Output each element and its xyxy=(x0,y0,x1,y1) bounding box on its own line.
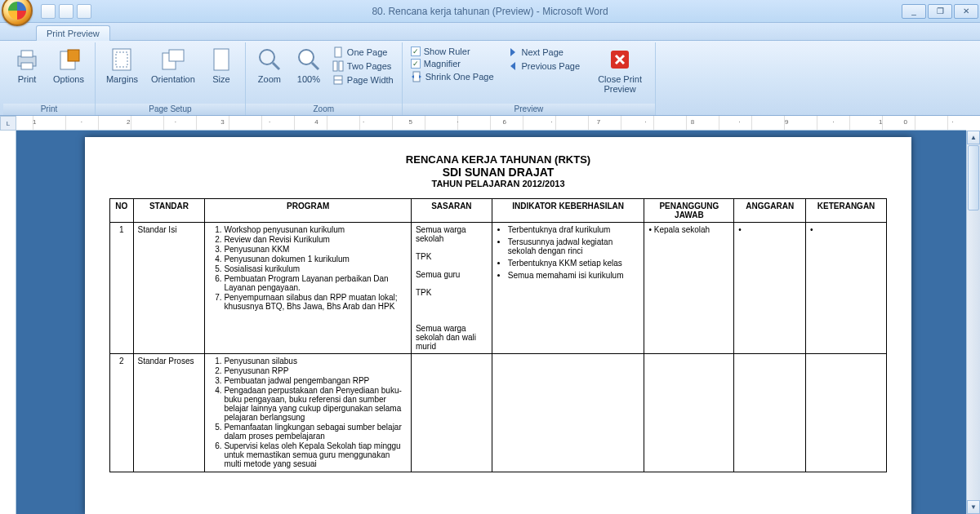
qat-undo-icon[interactable] xyxy=(59,4,74,19)
group-page-setup: Margins Orientation Size Page Setup xyxy=(96,42,246,115)
ruler-corner: L xyxy=(0,116,16,131)
options-button[interactable]: Options xyxy=(47,44,90,86)
table-cell: Workshop penyusunan kurikulumReview dan … xyxy=(205,223,412,354)
table-cell: Standar Proses xyxy=(133,354,205,472)
orientation-icon xyxy=(160,47,186,73)
office-button[interactable] xyxy=(2,0,33,26)
th-pj: PENANGGUNG JAWAB xyxy=(644,199,734,223)
size-label: Size xyxy=(212,74,229,84)
show-ruler-label: Show Ruler xyxy=(424,47,470,56)
orientation-button[interactable]: Orientation xyxy=(145,44,201,86)
group-zoom: Zoom 100% One Page Two Pages Page Width … xyxy=(246,42,403,115)
scroll-thumb[interactable] xyxy=(968,145,979,210)
next-page-button[interactable]: Next Page xyxy=(504,46,584,59)
doc-table: NO STANDAR PROGRAM SASARAN INDIKATOR KEB… xyxy=(109,198,887,472)
shrink-label: Shrink One Page xyxy=(425,72,494,82)
table-cell: • xyxy=(806,223,887,354)
table-cell xyxy=(411,354,492,472)
options-icon xyxy=(56,47,82,73)
close-print-preview-button[interactable]: Close Print Preview xyxy=(590,44,650,96)
svg-point-12 xyxy=(299,50,314,64)
margins-button[interactable]: Margins xyxy=(100,44,144,86)
th-sasaran: SASARAN xyxy=(411,199,492,223)
restore-button[interactable]: ❐ xyxy=(928,4,952,19)
vertical-scrollbar[interactable]: ▲ ▼ xyxy=(966,131,980,514)
close-preview-label: Close Print Preview xyxy=(595,74,644,94)
vertical-ruler[interactable] xyxy=(0,131,16,514)
size-icon xyxy=(208,47,234,73)
title-bar: 80. Rencana kerja tahunan (Preview) - Mi… xyxy=(0,0,980,23)
magnifier-checkbox[interactable]: ✓Magnifier xyxy=(408,58,497,69)
th-indikator: INDIKATOR KEBERHASILAN xyxy=(492,199,644,223)
table-cell: Semua warga sekolahTPKSemua guruTPKSemua… xyxy=(411,223,492,354)
magnifier-label: Magnifier xyxy=(424,59,461,69)
one-page-label: One Page xyxy=(347,47,388,57)
zoom-100-button[interactable]: 100% xyxy=(290,44,327,86)
scroll-down-button[interactable]: ▼ xyxy=(967,500,980,514)
magnifier-icon xyxy=(256,47,283,73)
table-cell: 1 xyxy=(110,223,134,354)
table-cell: 2 xyxy=(110,354,134,472)
svg-rect-14 xyxy=(335,47,341,57)
doc-title: RENCANA KERJA TAHUNAN (RKTS) xyxy=(109,153,887,166)
doc-year: TAHUN PELAJARAN 2012/2013 xyxy=(109,179,887,188)
scroll-up-button[interactable]: ▲ xyxy=(967,131,980,144)
margins-label: Margins xyxy=(106,74,138,84)
group-print: Print Options Print xyxy=(3,42,96,115)
options-label: Options xyxy=(53,74,84,84)
print-label: Print xyxy=(18,74,37,84)
document-page: RENCANA KERJA TAHUNAN (RKTS) SDI SUNAN D… xyxy=(85,137,911,514)
table-row: 2Standar ProsesPenyusunan silabusPenyusu… xyxy=(110,354,887,472)
th-standar: STANDAR xyxy=(133,199,205,223)
th-ket: KETERANGAN xyxy=(806,199,887,223)
one-page-button[interactable]: One Page xyxy=(329,46,397,59)
next-page-label: Next Page xyxy=(522,47,564,57)
workspace: RENCANA KERJA TAHUNAN (RKTS) SDI SUNAN D… xyxy=(0,131,980,514)
minimize-button[interactable]: _ xyxy=(902,4,926,19)
th-program: PROGRAM xyxy=(205,199,412,223)
document-viewport[interactable]: RENCANA KERJA TAHUNAN (RKTS) SDI SUNAN D… xyxy=(16,131,980,514)
previous-page-button[interactable]: Previous Page xyxy=(504,60,584,73)
svg-rect-1 xyxy=(21,51,33,57)
svg-rect-9 xyxy=(214,49,229,70)
table-cell: Terbentuknya draf kurikulumTersusunnya j… xyxy=(492,223,644,354)
checkmark-icon: ✓ xyxy=(411,47,421,56)
zoom-100-label: 100% xyxy=(297,74,320,84)
qat-save-icon[interactable] xyxy=(41,4,56,19)
page-width-button[interactable]: Page Width xyxy=(329,73,397,86)
group-label-preview: Preview xyxy=(403,104,655,115)
print-button[interactable]: Print xyxy=(8,44,46,86)
zoom-100-icon xyxy=(296,47,322,73)
table-cell xyxy=(492,354,644,472)
close-window-button[interactable]: ✕ xyxy=(954,4,978,19)
quick-access-toolbar xyxy=(41,4,91,19)
horizontal-ruler[interactable]: 1 · 2 · 3 · 4 · 5 · 6 · 7 · 8 · 9 · 10 ·… xyxy=(16,116,966,131)
size-button[interactable]: Size xyxy=(203,44,240,86)
page-width-label: Page Width xyxy=(347,75,394,85)
show-ruler-checkbox[interactable]: ✓Show Ruler xyxy=(408,46,497,57)
svg-point-10 xyxy=(260,50,274,64)
svg-rect-8 xyxy=(169,50,184,61)
tab-print-preview[interactable]: Print Preview xyxy=(36,25,110,41)
two-pages-label: Two Pages xyxy=(347,61,391,71)
svg-rect-2 xyxy=(21,63,33,69)
doc-subtitle: SDI SUNAN DRAJAT xyxy=(109,166,887,179)
zoom-button[interactable]: Zoom xyxy=(251,44,288,86)
printer-icon xyxy=(14,47,40,73)
table-cell xyxy=(644,354,734,472)
margins-icon xyxy=(109,47,135,73)
two-pages-button[interactable]: Two Pages xyxy=(329,60,397,73)
svg-line-11 xyxy=(273,63,279,69)
svg-line-13 xyxy=(312,63,318,69)
qat-redo-icon[interactable] xyxy=(77,4,91,19)
shrink-one-page-button[interactable]: Shrink One Page xyxy=(408,70,497,83)
window-title: 80. Rencana kerja tahunan (Preview) - Mi… xyxy=(0,6,980,17)
th-anggaran: ANGGARAN xyxy=(734,199,806,223)
table-cell: Standar Isi xyxy=(133,223,205,354)
svg-rect-5 xyxy=(113,49,131,70)
group-label-print: Print xyxy=(3,104,95,115)
ruler-numbers: 1 · 2 · 3 · 4 · 5 · 6 · 7 · 8 · 9 · 10 ·… xyxy=(33,118,966,126)
ribbon-tabs: Print Preview xyxy=(0,23,980,41)
zoom-label: Zoom xyxy=(258,74,281,84)
table-cell xyxy=(734,354,806,472)
